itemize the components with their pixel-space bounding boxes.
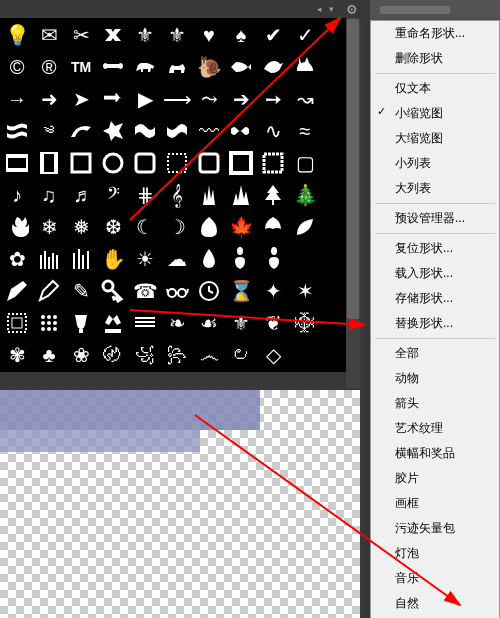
shape-frame3[interactable] [129, 147, 161, 179]
shape-wave1[interactable] [129, 115, 161, 147]
shape-key[interactable] [97, 275, 129, 307]
shape-hourglass[interactable]: ⌛ [225, 275, 257, 307]
shape-frame5[interactable] [193, 147, 225, 179]
shape-moon2[interactable]: ☽ [161, 211, 193, 243]
shape-dots[interactable] [33, 307, 65, 339]
shape-registered[interactable]: ® [33, 51, 65, 83]
shape-club[interactable]: ♣ [33, 339, 65, 371]
shape-snow2[interactable]: ❅ [65, 211, 97, 243]
shape-arrow3[interactable]: ➤ [65, 83, 97, 115]
menu-film[interactable]: 胶片 [371, 466, 499, 491]
shape-arrow2[interactable]: ➜ [33, 83, 65, 115]
shape-scissors[interactable]: ✂ [65, 19, 97, 51]
dropdown-btn[interactable]: ▾ [326, 4, 336, 14]
shape-swirl[interactable]: ༄ [33, 115, 65, 147]
scroll-thumb[interactable] [347, 19, 359, 319]
menu-small-thumb[interactable]: ✓小缩览图 [371, 101, 499, 126]
menu-replace[interactable]: 替换形状... [371, 311, 499, 336]
shape-ribbon[interactable] [97, 19, 129, 51]
shape-frame6[interactable] [225, 147, 257, 179]
menu-music[interactable]: 音乐 [371, 566, 499, 591]
shape-pencil2[interactable] [33, 275, 65, 307]
gear-icon[interactable]: ⚙ [346, 2, 358, 17]
shape-crown[interactable] [97, 307, 129, 339]
shape-wave2[interactable] [161, 115, 193, 147]
shape-burst[interactable] [97, 115, 129, 147]
shape-pencil3[interactable]: ✎ [65, 275, 97, 307]
shape-dog[interactable] [129, 51, 161, 83]
menu-small-list[interactable]: 小列表 [371, 151, 499, 176]
shape-moon[interactable]: ☾ [129, 211, 161, 243]
shape-flourish3[interactable]: ꧁ [129, 339, 161, 371]
shape-note1[interactable]: ♪ [1, 179, 33, 211]
shape-flower2[interactable]: ✾ [1, 339, 33, 371]
shape-leaf4[interactable] [289, 211, 321, 243]
menu-rename[interactable]: 重命名形状... [371, 21, 499, 46]
shape-flourish5[interactable]: ෴ [193, 339, 225, 371]
menu-nature[interactable]: 自然 [371, 591, 499, 616]
shape-pencil1[interactable] [1, 275, 33, 307]
shape-lines2[interactable] [65, 243, 97, 275]
shape-note3[interactable]: ♬ [65, 179, 97, 211]
shape-flourish1[interactable]: ❀ [65, 339, 97, 371]
menu-reset[interactable]: 复位形状... [371, 236, 499, 261]
shape-texture1[interactable] [1, 115, 33, 147]
canvas[interactable] [0, 390, 360, 618]
menu-art[interactable]: 艺术纹理 [371, 416, 499, 441]
menu-save[interactable]: 存储形状... [371, 286, 499, 311]
shape-fleur2[interactable]: ⚜ [161, 19, 193, 51]
shape-bulb[interactable]: 💡 [1, 19, 33, 51]
shape-flame[interactable] [1, 211, 33, 243]
shape-film1[interactable] [1, 147, 33, 179]
shape-arrow1[interactable]: → [1, 83, 33, 115]
shape-wave6[interactable]: ≈ [289, 115, 321, 147]
shape-cup[interactable] [65, 307, 97, 339]
shape-snail[interactable]: 🐌 [193, 51, 225, 83]
shape-snow1[interactable]: ❄ [33, 211, 65, 243]
shape-drop[interactable] [193, 243, 225, 275]
shape-frame2[interactable] [97, 147, 129, 179]
shape-tree1[interactable] [257, 179, 289, 211]
menu-bulbs[interactable]: 灯泡 [371, 541, 499, 566]
shape-blank1[interactable] [289, 243, 321, 275]
shape-heart[interactable]: ♥ [193, 19, 225, 51]
shape-star[interactable]: ✶ [289, 275, 321, 307]
shape-fleur[interactable]: ⚜ [129, 19, 161, 51]
shape-sun[interactable]: ☀ [129, 243, 161, 275]
menu-large-thumb[interactable]: 大缩览图 [371, 126, 499, 151]
collapse-btn[interactable]: ◂ [314, 4, 324, 14]
shape-flower1[interactable]: ✿ [1, 243, 33, 275]
shape-frame7[interactable] [257, 147, 289, 179]
shape-envelope[interactable]: ✉ [33, 19, 65, 51]
shape-bass[interactable]: 𝄢 [97, 179, 129, 211]
shape-flag[interactable] [129, 307, 161, 339]
menu-arrows[interactable]: 箭头 [371, 391, 499, 416]
shape-foot1[interactable] [225, 243, 257, 275]
shape-note2[interactable]: ♫ [33, 179, 65, 211]
shape-check2[interactable]: ✓ [289, 19, 321, 51]
shape-tm[interactable]: TM [65, 51, 97, 83]
shape-cloud[interactable]: ☁ [161, 243, 193, 275]
shape-burst2[interactable]: ✦ [257, 275, 289, 307]
menu-banners[interactable]: 横幅和奖品 [371, 441, 499, 466]
shape-bone[interactable] [97, 51, 129, 83]
shape-wave5[interactable]: ∿ [257, 115, 289, 147]
shape-wave3[interactable]: 〰 [193, 115, 225, 147]
shape-flourish6[interactable]: ౿ [225, 339, 257, 371]
menu-load[interactable]: 载入形状... [371, 261, 499, 286]
shape-arrow6[interactable]: ⟶ [161, 83, 193, 115]
shape-lines1[interactable] [33, 243, 65, 275]
shape-grass2[interactable] [225, 179, 257, 211]
shape-circle-c[interactable]: © [1, 51, 33, 83]
shape-check[interactable]: ✔ [257, 19, 289, 51]
shape-hand[interactable]: ✋ [97, 243, 129, 275]
menu-grime[interactable]: 污迹矢量包 [371, 516, 499, 541]
shape-snow3[interactable]: ❆ [97, 211, 129, 243]
shape-flourish4[interactable]: ꧂ [161, 339, 193, 371]
menu-text-only[interactable]: 仅文本 [371, 76, 499, 101]
shape-diamond[interactable]: ◇ [257, 339, 289, 371]
shape-leaf1[interactable] [193, 211, 225, 243]
shape-orn2[interactable]: ☙ [193, 307, 225, 339]
shape-fleur3[interactable]: ⚜ [225, 307, 257, 339]
shape-arrow10[interactable]: ↝ [289, 83, 321, 115]
